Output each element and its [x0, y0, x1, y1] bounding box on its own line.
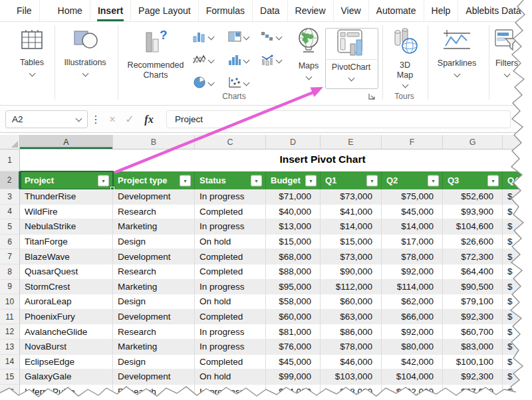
- cell-q1[interactable]: $73,000: [321, 189, 382, 205]
- cell-q3[interactable]: $26,600: [443, 235, 503, 250]
- filter-dropdown-button[interactable]: ▼: [487, 175, 499, 186]
- cell-budget[interactable]: $68,000: [266, 249, 321, 264]
- row-number[interactable]: 5: [0, 219, 20, 235]
- illustrations-button[interactable]: Illustrations: [60, 28, 110, 76]
- row-number[interactable]: 2: [0, 171, 20, 189]
- cell-project[interactable]: EclipseEdge: [20, 355, 113, 370]
- column-header-b[interactable]: B: [113, 135, 195, 149]
- column-chart-button[interactable]: [193, 31, 213, 43]
- cell-project-type[interactable]: Design: [113, 235, 195, 250]
- cell-q2[interactable]: $102,000: [382, 385, 443, 400]
- column-header-a[interactable]: A: [20, 135, 113, 149]
- cell-project-type[interactable]: Development: [113, 249, 195, 264]
- cell-project[interactable]: BlazeWave: [20, 249, 113, 264]
- cell-project[interactable]: GalaxyGale: [20, 369, 113, 385]
- cell-project-type[interactable]: Research: [113, 324, 195, 340]
- waterfall-chart-button[interactable]: [261, 31, 281, 43]
- cell-project[interactable]: NovaBurst: [20, 340, 113, 355]
- cell-q4[interactable]: $: [503, 219, 532, 235]
- column-header-h[interactable]: [503, 135, 532, 149]
- cell-q2[interactable]: $92,000: [382, 264, 443, 280]
- cell-q4[interactable]: $: [503, 249, 532, 264]
- filter-dropdown-button[interactable]: ▼: [305, 175, 317, 186]
- cell-q3[interactable]: $92,300: [443, 369, 503, 385]
- sparklines-button[interactable]: Sparklines: [434, 29, 480, 76]
- header-cell-q3[interactable]: Q3▼: [443, 171, 503, 189]
- name-box[interactable]: A2: [5, 110, 88, 128]
- row-number[interactable]: 8: [0, 264, 20, 280]
- cell-budget[interactable]: $88,000: [266, 264, 321, 280]
- cell-q1[interactable]: $46,000: [321, 355, 382, 370]
- cell-q3[interactable]: $83,000: [443, 340, 503, 355]
- scatter-chart-button[interactable]: [228, 76, 249, 88]
- cell-q4[interactable]: $: [503, 235, 532, 250]
- cell-budget[interactable]: $95,000: [266, 280, 321, 295]
- cell-project-type[interactable]: Marketing: [113, 340, 195, 355]
- cell-budget[interactable]: $76,000: [266, 340, 321, 355]
- cell-status[interactable]: Completed: [195, 310, 266, 325]
- pie-chart-button[interactable]: [193, 76, 213, 88]
- cell-budget[interactable]: $15,000: [266, 235, 321, 250]
- cell-budget[interactable]: $81,000: [266, 324, 321, 340]
- cell-project-type[interactable]: Development: [113, 189, 195, 205]
- tab-file[interactable]: File: [9, 0, 40, 21]
- cell-q1[interactable]: $63,000: [321, 310, 382, 325]
- tab-home[interactable]: Home: [51, 0, 90, 21]
- cell-project-type[interactable]: Design: [113, 355, 195, 370]
- formula-input[interactable]: Project: [166, 110, 511, 128]
- column-header-g[interactable]: G: [443, 135, 503, 149]
- cell-q4[interactable]: $: [503, 324, 532, 340]
- enter-check-icon[interactable]: ✓: [121, 110, 138, 128]
- cell-q2[interactable]: $104,000: [382, 369, 443, 385]
- tab-insert[interactable]: Insert: [90, 0, 131, 21]
- cell-q4[interactable]: $: [503, 189, 532, 205]
- tab-view[interactable]: View: [334, 0, 369, 21]
- tab-data[interactable]: Data: [253, 0, 288, 21]
- cell-q2[interactable]: $92,000: [382, 324, 443, 340]
- cell-q3[interactable]: $72,300: [443, 249, 503, 264]
- cell-project[interactable]: QuasarQuest: [20, 264, 113, 280]
- cell-project-type[interactable]: Marketing: [113, 280, 195, 295]
- cell-budget[interactable]: $13,000: [266, 219, 321, 235]
- row-number[interactable]: 1: [0, 150, 20, 171]
- pivotchart-button[interactable]: PivotChart: [327, 29, 376, 80]
- cell-project-type[interactable]: Development: [113, 310, 195, 325]
- tab-ablebits-tools[interactable]: Ablebits To: [529, 0, 532, 21]
- treemap-chart-button[interactable]: [228, 31, 249, 43]
- cell-q4[interactable]: $: [503, 205, 532, 220]
- filter-dropdown-button[interactable]: ▼: [366, 175, 378, 186]
- column-header-d[interactable]: D: [266, 135, 321, 149]
- cell-q4[interactable]: $: [503, 294, 532, 310]
- tab-help[interactable]: Help: [424, 0, 459, 21]
- header-cell-budget[interactable]: Budget▼: [266, 171, 321, 189]
- cell-q1[interactable]: $73,000: [321, 249, 382, 264]
- line-chart-button[interactable]: [193, 54, 213, 66]
- more-options-icon[interactable]: ⋮: [92, 110, 100, 128]
- cell-q1[interactable]: $103,000: [321, 369, 382, 385]
- row-number[interactable]: 10: [0, 294, 20, 310]
- row-number[interactable]: 16: [0, 385, 20, 400]
- cell-q4[interactable]: $: [503, 340, 532, 355]
- cell-q3[interactable]: $100,100: [443, 355, 503, 370]
- cell-q3[interactable]: $93,900: [443, 205, 503, 220]
- fx-insert-function-icon[interactable]: fx: [140, 110, 158, 128]
- column-header-e[interactable]: E: [321, 135, 382, 149]
- cell-q2[interactable]: $75,000: [382, 189, 443, 205]
- cell-q2[interactable]: $80,000: [382, 340, 443, 355]
- cell-status[interactable]: Completed: [195, 249, 266, 264]
- row-number[interactable]: 11: [0, 310, 20, 325]
- row-number[interactable]: 3: [0, 189, 20, 205]
- charts-dialog-launcher[interactable]: [368, 91, 376, 103]
- cell-q4[interactable]: $: [503, 264, 532, 280]
- column-header-f[interactable]: F: [382, 135, 443, 149]
- cell-budget[interactable]: $54,000: [266, 385, 321, 400]
- cell-q1[interactable]: $98,000: [321, 385, 382, 400]
- cell-q3[interactable]: $60,700: [443, 324, 503, 340]
- cell-q1[interactable]: $86,000: [321, 324, 382, 340]
- cell-q1[interactable]: $14,000: [321, 219, 382, 235]
- cell-q3[interactable]: $52,600: [443, 189, 503, 205]
- header-cell-q1[interactable]: Q1▼: [321, 171, 382, 189]
- cell-project-type[interactable]: Research: [113, 264, 195, 280]
- cell-status[interactable]: On hold: [195, 369, 266, 385]
- cell-q2[interactable]: $45,000: [382, 205, 443, 220]
